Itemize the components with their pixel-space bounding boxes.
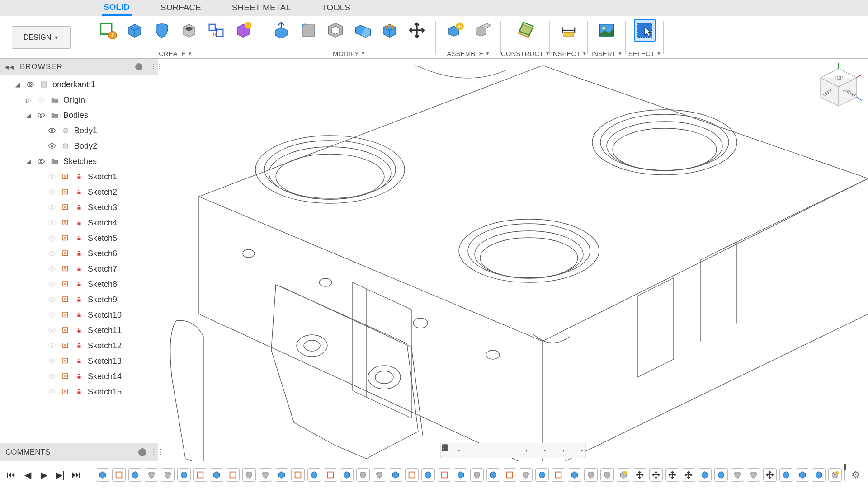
plane-icon[interactable]: [514, 19, 536, 42]
workspace-switcher[interactable]: DESIGN ▼: [12, 26, 71, 49]
visibility-toggle-icon[interactable]: [47, 172, 57, 182]
joint-icon[interactable]: [471, 19, 493, 42]
tree-sketch-11[interactable]: Sketch12: [0, 338, 158, 353]
layout-grid-icon[interactable]: [566, 444, 581, 457]
measure-icon[interactable]: [558, 19, 580, 42]
form-icon[interactable]: [232, 19, 254, 42]
timeline-stepback-icon[interactable]: ◀: [22, 469, 33, 481]
tree-sketch-3[interactable]: Sketch4: [0, 215, 158, 230]
tree-sketch-9[interactable]: Sketch10: [0, 307, 158, 323]
timeline-feature[interactable]: [844, 468, 846, 482]
timeline-feature[interactable]: [682, 468, 695, 482]
tab-sheetmetal[interactable]: SHEET METAL: [230, 0, 292, 16]
visibility-toggle-icon[interactable]: [36, 95, 46, 105]
timeline-feature[interactable]: [307, 468, 321, 482]
tree-sketch-7[interactable]: Sketch8: [0, 277, 158, 292]
visibility-toggle-icon[interactable]: [47, 141, 57, 151]
tab-solid[interactable]: SOLID: [102, 0, 132, 16]
tab-tools[interactable]: TOOLS: [320, 0, 352, 16]
timeline-feature[interactable]: [356, 468, 370, 482]
add-comment-icon[interactable]: [138, 448, 146, 456]
tree-bodies[interactable]: ◢Bodies: [0, 108, 158, 123]
timeline-feature[interactable]: [112, 468, 126, 482]
presspull-icon[interactable]: [270, 19, 292, 42]
visibility-toggle-icon[interactable]: [47, 187, 57, 197]
zoom-window-icon[interactable]: [511, 444, 525, 457]
visibility-toggle-icon[interactable]: [36, 110, 46, 120]
timeline-feature[interactable]: [633, 468, 646, 482]
hole-icon[interactable]: [178, 19, 200, 42]
timeline-play-icon[interactable]: ▶: [38, 469, 50, 481]
timeline-feature[interactable]: [470, 468, 484, 482]
visibility-toggle-icon[interactable]: [36, 156, 46, 166]
pan-icon[interactable]: [478, 444, 493, 457]
browser-collapse-icon[interactable]: ◀◀: [5, 63, 14, 70]
timeline-feature[interactable]: [210, 468, 223, 482]
extrude-icon[interactable]: [124, 19, 146, 42]
timeline-feature[interactable]: [779, 468, 793, 482]
tree-sketch-8[interactable]: Sketch9: [0, 292, 158, 307]
tree-sketch-0[interactable]: Sketch1: [0, 169, 158, 184]
timeline-feature[interactable]: [649, 468, 663, 482]
visibility-toggle-icon[interactable]: [47, 218, 57, 228]
comments-panel[interactable]: COMMENTS ⋮⋮: [0, 443, 158, 461]
ribbon-group-label[interactable]: INSPECT▼: [551, 48, 587, 58]
timeline-start-icon[interactable]: ⏮: [5, 469, 17, 481]
ribbon-group-label[interactable]: CREATE▼: [159, 48, 192, 58]
timeline-feature[interactable]: [324, 468, 337, 482]
timeline-feature[interactable]: [161, 468, 175, 482]
browser-grip-icon[interactable]: ⋮⋮: [151, 63, 153, 71]
timeline-feature[interactable]: [763, 468, 777, 482]
visibility-toggle-icon[interactable]: [47, 356, 57, 366]
visibility-toggle-icon[interactable]: [47, 341, 57, 351]
zoom-icon[interactable]: [495, 444, 509, 457]
timeline-feature[interactable]: [177, 468, 191, 482]
tree-body-0[interactable]: Body1: [0, 123, 158, 138]
ribbon-group-label[interactable]: MODIFY▼: [333, 48, 365, 58]
fillet-icon[interactable]: [297, 19, 319, 42]
tab-surface[interactable]: SURFACE: [159, 0, 203, 16]
visibility-toggle-icon[interactable]: [25, 80, 35, 89]
timeline-feature[interactable]: [828, 468, 842, 482]
sketch-icon[interactable]: +: [97, 19, 118, 42]
move-icon[interactable]: [406, 19, 428, 42]
timeline-feature[interactable]: [340, 468, 354, 482]
timeline-feature[interactable]: [812, 468, 826, 482]
visibility-toggle-icon[interactable]: [47, 202, 57, 212]
visibility-toggle-icon[interactable]: [47, 279, 57, 289]
timeline-feature[interactable]: [584, 468, 598, 482]
expand-icon[interactable]: ◢: [14, 81, 22, 88]
visibility-toggle-icon[interactable]: [47, 295, 57, 305]
visibility-toggle-icon[interactable]: [47, 126, 57, 136]
tree-sketch-2[interactable]: Sketch3: [0, 200, 158, 215]
timeline-feature[interactable]: [486, 468, 500, 482]
comments-grip-icon[interactable]: ⋮⋮: [150, 447, 153, 457]
timeline-feature[interactable]: [242, 468, 256, 482]
timeline-stepfwd-icon[interactable]: ▶|: [54, 469, 66, 481]
visibility-toggle-icon[interactable]: [47, 249, 57, 258]
parametric-icon[interactable]: fx: [205, 19, 227, 42]
timeline-feature[interactable]: [389, 468, 402, 482]
visibility-toggle-icon[interactable]: [47, 371, 57, 381]
visibility-toggle-icon[interactable]: [47, 233, 57, 243]
shell-icon[interactable]: [325, 19, 346, 42]
timeline-feature[interactable]: [193, 468, 207, 482]
timeline-feature[interactable]: [731, 468, 744, 482]
joint-new-icon[interactable]: +: [444, 19, 466, 42]
timeline-feature[interactable]: [747, 468, 760, 482]
tree-sketch-13[interactable]: Sketch14: [0, 369, 158, 384]
timeline-feature[interactable]: [128, 468, 142, 482]
visibility-toggle-icon[interactable]: [47, 310, 57, 320]
tree-sketch-14[interactable]: Sketch15: [0, 384, 158, 399]
timeline-feature[interactable]: [421, 468, 435, 482]
timeline-feature[interactable]: [535, 468, 549, 482]
offsetface-icon[interactable]: [379, 19, 401, 42]
revolve-icon[interactable]: [151, 19, 173, 42]
combine-icon[interactable]: [352, 19, 373, 42]
expand-icon[interactable]: ◢: [24, 158, 33, 165]
tree-sketch-5[interactable]: Sketch6: [0, 246, 158, 261]
visibility-toggle-icon[interactable]: [47, 264, 57, 274]
viewcube[interactable]: TOP LEFT FRONT z: [814, 63, 863, 113]
timeline-feature[interactable]: [373, 468, 386, 482]
timeline-feature[interactable]: [600, 468, 614, 482]
